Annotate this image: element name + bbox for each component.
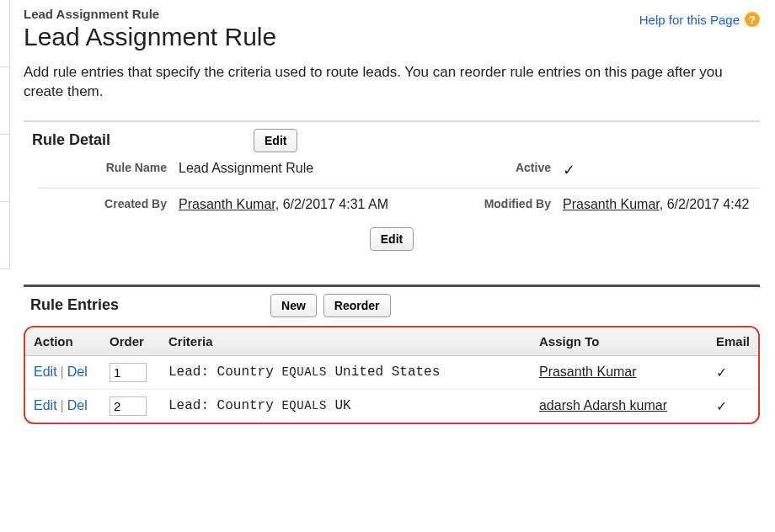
col-criteria: Criteria	[160, 327, 531, 356]
reorder-button[interactable]: Reorder	[323, 294, 391, 317]
assign-to-link[interactable]: Prasanth Kumar	[539, 364, 637, 379]
rule-detail-section: Rule Detail Edit Rule Name Lead Assignme…	[24, 120, 760, 259]
edit-link[interactable]: Edit	[34, 398, 57, 412]
col-email: Email	[708, 327, 758, 356]
help-label: Help for this Page	[639, 13, 740, 27]
created-by-time: , 6/2/2017 4:31 AM	[275, 197, 388, 211]
rule-detail-title: Rule Detail	[32, 131, 110, 149]
del-link[interactable]: Del	[67, 364, 88, 379]
assign-to-link[interactable]: adarsh Adarsh kumar	[539, 398, 667, 412]
order-input[interactable]	[110, 396, 147, 416]
email-checkmark: ✓	[708, 389, 758, 423]
created-by-value: Prasanth Kumar, 6/2/2017 4:31 AM	[179, 197, 431, 212]
modified-by-value: Prasanth Kumar, 6/2/2017 4:42	[563, 197, 760, 212]
criteria-cell: Lead: Country EQUALS United States	[160, 355, 531, 389]
created-by-label: Created By	[37, 197, 172, 210]
active-checkmark: ✓	[563, 161, 760, 179]
col-assign-to: Assign To	[531, 327, 708, 356]
modified-by-time: , 6/2/2017 4:42	[660, 197, 750, 211]
left-rail	[0, 0, 10, 439]
edit-button-bottom[interactable]: Edit	[370, 227, 414, 251]
rule-entries-title: Rule Entries	[30, 296, 119, 314]
new-button[interactable]: New	[270, 294, 317, 317]
table-row: Edit|Del Lead: Country EQUALS United Sta…	[25, 355, 758, 389]
order-input[interactable]	[110, 363, 147, 382]
active-label: Active	[438, 161, 556, 174]
edit-link[interactable]: Edit	[34, 364, 57, 379]
rule-entries-section: Rule Entries New Reorder Action Order Cr…	[24, 285, 760, 424]
rule-entries-highlight-box: Action Order Criteria Assign To Email Ed…	[24, 326, 760, 424]
rule-name-label: Rule Name	[37, 161, 172, 174]
del-link[interactable]: Del	[67, 398, 88, 412]
page-title: Lead Assignment Rule	[24, 23, 276, 51]
table-row: Edit|Del Lead: Country EQUALS UK adarsh …	[25, 389, 758, 423]
help-icon: ?	[745, 12, 760, 27]
edit-button-top[interactable]: Edit	[254, 129, 297, 152]
rule-name-value: Lead Assignment Rule	[179, 161, 431, 176]
modified-by-label: Modified By	[438, 197, 556, 210]
email-checkmark: ✓	[708, 355, 758, 389]
help-for-page-link[interactable]: Help for this Page ?	[639, 12, 760, 27]
created-by-user-link[interactable]: Prasanth Kumar	[179, 197, 275, 211]
breadcrumb: Lead Assignment Rule	[24, 7, 276, 21]
modified-by-user-link[interactable]: Prasanth Kumar	[563, 197, 660, 211]
col-order: Order	[101, 327, 160, 356]
col-action: Action	[25, 327, 101, 356]
criteria-cell: Lead: Country EQUALS UK	[160, 389, 531, 423]
rule-entries-table: Action Order Criteria Assign To Email Ed…	[25, 327, 758, 423]
intro-text: Add rule entries that specify the criter…	[24, 63, 760, 102]
